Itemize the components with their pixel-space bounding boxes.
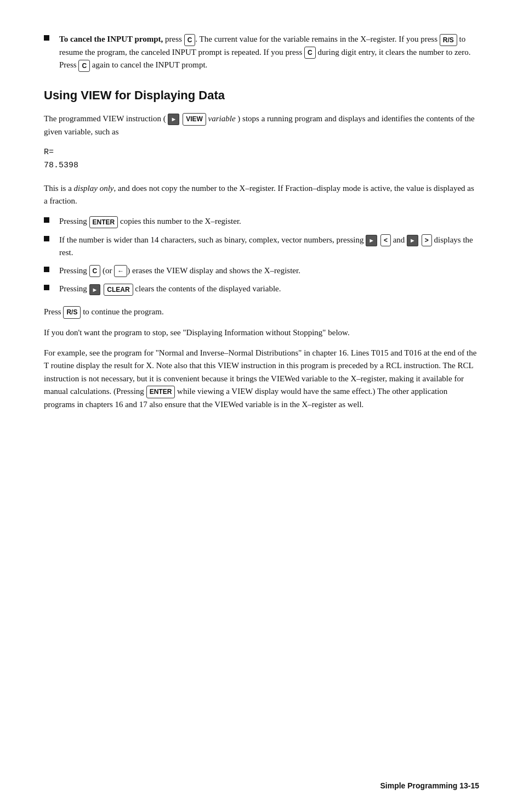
para-press-rs: Press R/S to continue the program. [44,306,479,319]
key-right-arrow: > [422,234,432,246]
key-enter-1: ENTER [89,216,118,228]
code-line-2: 78.5398 [44,159,479,172]
bullet-cancel-input: To cancel the INPUT prompt, press C. The… [44,33,479,72]
key-view: VIEW [183,113,206,126]
key-enter-2: ENTER [146,386,175,398]
bullet-icon [44,285,49,290]
key-clear: CLEAR [104,284,133,296]
key-c-3: C [78,60,90,72]
bullet-enter: Pressing ENTER copies this number to the… [44,215,479,228]
bullet-icon [44,236,49,241]
bullet-wide-number: If the number is wider than 14 character… [44,234,479,259]
bullet-icon [44,217,49,223]
intro-bullet-list: To cancel the INPUT prompt, press C. The… [44,33,479,72]
key-shift-right-shift: ► [407,235,418,246]
bullet-icon [44,267,49,272]
code-example: R= 78.5398 [44,146,479,172]
para-example: For example, see the program for "Normal… [44,347,479,411]
bullet-pressing-clear: Pressing ► CLEAR clears the contents of … [44,283,479,296]
para-display-only: This is a display only, and does not cop… [44,182,479,208]
code-line-1: R= [44,146,479,159]
variable-label: variable [208,114,236,123]
key-shift-left-shift: ► [366,235,377,246]
bullet-wide-number-text: If the number is wider than 14 character… [59,234,479,259]
bullet-pressing-c: Pressing C (or ←) erases the VIEW displa… [44,264,479,278]
page-footer: Simple Programming 13-15 [380,781,479,790]
key-shift-clear-shift: ► [89,284,101,296]
bullet-pressing-clear-text: Pressing ► CLEAR clears the contents of … [59,283,281,296]
key-c-2: C [304,47,316,59]
bullet-cancel-input-text: To cancel the INPUT prompt, press C. The… [59,33,479,72]
section-heading-view: Using VIEW for Displaying Data [44,88,479,103]
view-bullets: Pressing ENTER copies this number to the… [44,215,479,296]
key-left-arrow: < [380,234,391,246]
key-backspace: ← [114,265,127,277]
para-view-intro: The programmed VIEW instruction ( ► VIEW… [44,112,479,138]
bullet-icon [44,35,49,41]
key-rs-2: R/S [63,306,81,319]
para-dont-stop: If you don't want the program to stop, s… [44,326,479,339]
key-c-view: C [89,265,101,277]
key-shift-icon: ► [168,114,179,125]
bullet-enter-text: Pressing ENTER copies this number to the… [59,215,241,228]
bullet-bold-label: To cancel the INPUT prompt, [59,35,163,43]
key-rs-1: R/S [440,34,457,46]
key-c-1: C [184,34,196,46]
bullet-pressing-c-text: Pressing C (or ←) erases the VIEW displa… [59,264,300,278]
page-content: To cancel the INPUT prompt, press C. The… [44,33,479,411]
